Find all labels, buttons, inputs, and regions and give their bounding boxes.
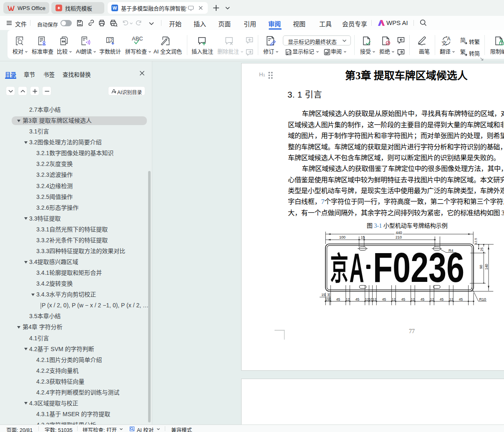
svg-text:12: 12 xyxy=(346,297,350,301)
svg-text:A: A xyxy=(447,36,451,42)
svg-text:A: A xyxy=(350,245,364,291)
svg-text:12: 12 xyxy=(411,297,415,301)
svg-text:繁: 繁 xyxy=(460,49,466,55)
svg-text:京: 京 xyxy=(330,251,348,286)
svg-text:15: 15 xyxy=(321,293,325,297)
svg-text:12: 12 xyxy=(430,297,434,301)
svg-text:25: 25 xyxy=(480,247,484,251)
svg-text:45: 45 xyxy=(336,297,340,301)
svg-text:12: 12 xyxy=(392,297,396,301)
svg-text:3: 3 xyxy=(327,293,329,297)
svg-text:12: 12 xyxy=(108,38,113,43)
svg-text:W: W xyxy=(113,5,117,10)
svg-text:R4: R4 xyxy=(449,249,454,253)
svg-text:140: 140 xyxy=(484,264,489,270)
svg-text:155: 155 xyxy=(325,297,331,301)
svg-text:45: 45 xyxy=(401,297,406,301)
svg-text:45: 45 xyxy=(440,297,444,301)
svg-text:45: 45 xyxy=(355,297,360,301)
svg-text:45: 45 xyxy=(421,297,425,301)
svg-text:12: 12 xyxy=(449,297,454,301)
svg-text:45: 45 xyxy=(382,297,386,301)
svg-text:R10: R10 xyxy=(479,297,486,301)
svg-text:ABC: ABC xyxy=(132,36,143,42)
svg-text:90: 90 xyxy=(479,265,483,269)
svg-text:440: 440 xyxy=(396,231,402,235)
svg-text:12: 12 xyxy=(373,297,377,301)
svg-text:12.5: 12.5 xyxy=(474,238,478,244)
svg-text:45: 45 xyxy=(459,297,463,301)
svg-text:210: 210 xyxy=(396,235,402,239)
svg-text:100: 100 xyxy=(339,235,345,239)
svg-text:简: 简 xyxy=(460,37,466,43)
